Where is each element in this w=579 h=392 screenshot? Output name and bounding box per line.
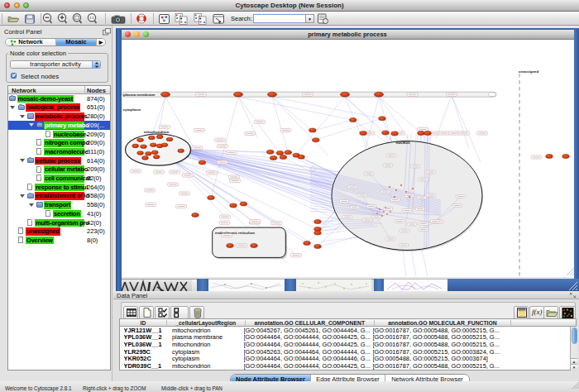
svg-text:endoplasmic reticulum: endoplasmic reticulum [215, 231, 255, 235]
svg-text:unassigned: unassigned [518, 69, 538, 74]
svg-text:plasma membrane: plasma membrane [123, 93, 156, 97]
svg-text:1:1: 1:1 [89, 16, 94, 20]
svg-text:cytoplasm: cytoplasm [122, 108, 141, 112]
svg-text:mitochondrion: mitochondrion [143, 130, 169, 134]
svg-text:nucleus: nucleus [395, 141, 410, 145]
